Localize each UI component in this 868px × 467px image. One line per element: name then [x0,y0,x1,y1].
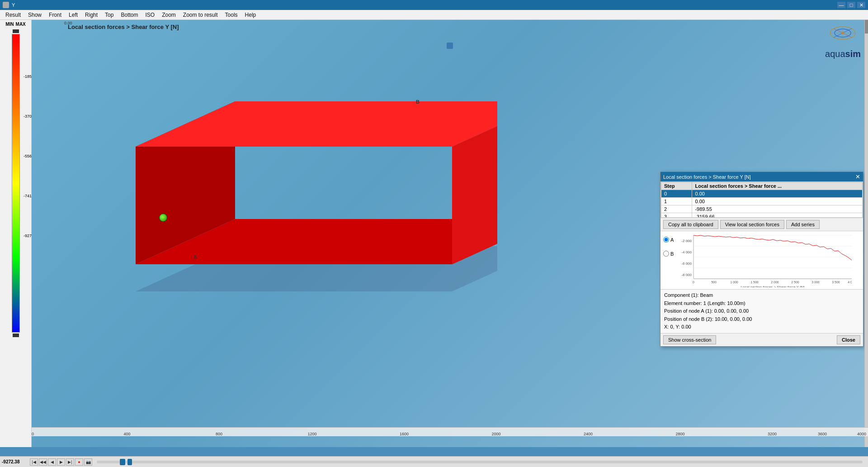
scrollbar-thumb[interactable] [865,20,868,33]
info-node-b: Position of node B (2): 10.00, 0.00, 0.0… [664,315,859,324]
node-a-label: A [193,254,197,260]
node-b-label: B [416,99,420,105]
node-a-marker[interactable] [159,214,167,222]
menu-item-tools[interactable]: Tools [222,11,241,19]
cell-step: 3 [661,213,692,218]
play-start-button[interactable]: |◀ [30,458,38,466]
timeline-thumb[interactable] [120,459,125,465]
vertical-scrollbar[interactable] [864,20,868,447]
info-component: Component (1): Beam [664,291,859,300]
menu-item-show[interactable]: Show [24,11,45,19]
step-back-button[interactable]: ◀ [48,458,56,466]
ruler-1200: 1200 [308,432,317,436]
menu-item-help[interactable]: Help [241,11,260,19]
3d-viewport[interactable]: Local section forces > Shear force Y [N]… [32,20,868,447]
screenshot-button[interactable]: 📷 [84,458,92,466]
svg-text:4 000: 4 000 [848,281,852,284]
svg-text:-8 000: -8 000 [682,273,692,277]
add-series-button[interactable]: Add series [786,220,820,229]
dialog-title: Local section forces > Shear force Y [N] [663,174,751,180]
table-row[interactable]: 00.00 [661,190,863,198]
menu-item-iso[interactable]: ISO [142,11,158,19]
dialog-buttons: Copy all to clipboard View local section… [660,218,863,231]
playback-bar: -9272.38 |◀ ◀◀ ◀ ▶ ▶| ● 📷 [0,456,868,467]
scale-top-value: 0.00 [64,21,72,25]
logo-icon [825,24,861,49]
table-row[interactable]: 3-3159.66 [661,213,863,218]
menu-item-right[interactable]: Right [81,11,101,19]
radio-a-label: A [670,237,674,243]
menu-item-bottom[interactable]: Bottom [117,11,142,19]
max-label: MAX [16,22,26,27]
ruler-800: 800 [216,432,222,436]
element-info: Component (1): Beam Element number: 1 (L… [660,289,863,333]
svg-text:-4 000: -4 000 [682,250,692,254]
view-local-section-button[interactable]: View local section forces [720,220,784,229]
min-label: MIN [5,22,14,27]
color-scale-panel: MIN MAX 0.00 -1854.47 -3708.95 -5563.42 … [0,20,32,447]
svg-text:1 000: 1 000 [731,281,739,284]
main-viewport: MIN MAX 0.00 -1854.47 -3708.95 -5563.42 … [0,20,868,447]
table-row[interactable]: 2-989.55 [661,205,863,213]
svg-text:2 500: 2 500 [792,281,800,284]
line-chart: -2 000 -4 000 -6 000 -8 000 0 [675,233,852,287]
info-xy: X: 0, Y: 0.00 [664,323,859,331]
radio-a[interactable] [663,237,669,243]
cell-step: 0 [661,190,692,198]
info-element: Element number: 1 (Length: 10.00m) [664,300,859,308]
cell-value: -3159.66 [692,213,863,218]
svg-text:1 500: 1 500 [751,281,759,284]
color-scale-bar: 0.00 -1854.47 -3708.95 -5563.42 -7417.90… [12,34,20,333]
svg-text:-6 000: -6 000 [682,262,692,266]
play-button[interactable]: ▶ [57,458,65,466]
svg-text:-2 000: -2 000 [682,239,692,243]
play-back-button[interactable]: ◀◀ [39,458,47,466]
menu-item-result[interactable]: Result [2,11,24,19]
section-forces-dialog: Local section forces > Shear force Y [N]… [660,172,863,347]
dialog-bottom-bar: Show cross-section Close [660,333,863,346]
menu-item-left[interactable]: Left [65,11,81,19]
min-thumb[interactable] [13,334,19,337]
menu-item-top[interactable]: Top [101,11,117,19]
radio-b-label: B [670,251,674,257]
radio-b[interactable] [663,251,669,257]
record-button[interactable]: ● [75,458,83,466]
logo-area: aquasim [825,24,861,59]
timeline-track[interactable] [97,461,863,463]
table-row[interactable]: 10.00 [661,198,863,205]
app-icon [3,2,9,8]
svg-marker-3 [136,101,497,147]
svg-point-11 [841,32,844,34]
cell-value: 0.00 [692,198,863,205]
menubar: ResultShowFrontLeftRightTopBottomISOZoom… [0,10,868,20]
close-button[interactable]: Close [837,335,860,344]
menu-item-zoom-to-result[interactable]: Zoom to result [179,11,222,19]
radio-b-row: B [663,251,674,257]
svg-text:0: 0 [693,281,694,284]
close-button[interactable]: ✕ [857,2,865,8]
cell-step: 1 [661,198,692,205]
max-thumb[interactable] [13,29,19,33]
menu-item-zoom[interactable]: Zoom [158,11,179,19]
cell-step: 2 [661,205,692,213]
maximize-button[interactable]: □ [847,2,855,8]
copy-clipboard-button[interactable]: Copy all to clipboard [663,220,718,229]
window-controls: — □ ✕ [837,2,865,8]
data-table-wrapper[interactable]: Step Local section forces > Shear force … [660,181,863,218]
chart-svg-wrapper: -2 000 -4 000 -6 000 -8 000 0 [675,233,860,287]
menu-item-front[interactable]: Front [45,11,65,19]
dialog-close-icon[interactable]: ✕ [855,173,860,180]
step-marker[interactable] [127,459,132,465]
3d-beam [90,56,497,319]
ruler-bar: 0 400 800 1200 1600 2000 2400 2800 3200 … [32,427,868,436]
ruler-3200: 3200 [768,432,777,436]
ruler-2000: 2000 [492,432,501,436]
logo-text: aquasim [825,49,861,59]
time-indicator[interactable] [447,43,453,49]
show-cross-section-button[interactable]: Show cross-section [663,335,716,344]
scale-labels: MIN MAX [5,22,26,27]
minimize-button[interactable]: — [837,2,845,8]
timeline-value: -9272.38 [2,459,29,464]
svg-text:3 500: 3 500 [832,281,840,284]
step-forward-button[interactable]: ▶| [66,458,74,466]
